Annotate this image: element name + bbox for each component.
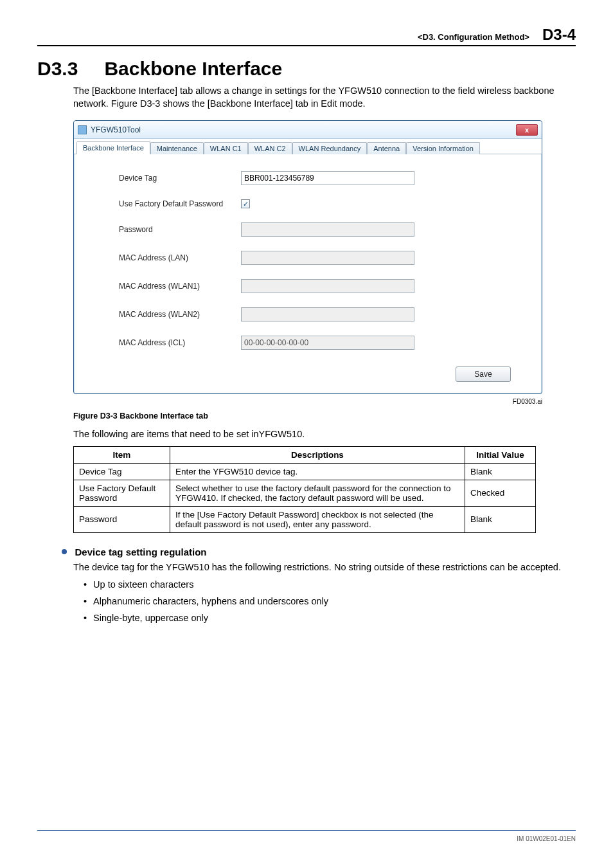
cell-val: Blank <box>465 506 536 532</box>
app-icon <box>78 125 87 134</box>
app-window: YFGW510Tool x Backbone Interface Mainten… <box>73 120 542 394</box>
password-label: Password <box>119 225 241 234</box>
header-section: <D3. Configuration Method> <box>418 32 529 42</box>
table-row: Use Factory Default Password Select whet… <box>74 480 536 506</box>
cell-desc: If the [Use Factory Default Password] ch… <box>170 506 465 532</box>
tab-wlan-c1[interactable]: WLAN C1 <box>204 142 248 154</box>
footer-doc-id: IM 01W02E01-01EN <box>517 835 576 842</box>
cell-val: Checked <box>465 480 536 506</box>
device-tag-label: Device Tag <box>119 174 241 183</box>
window-title: YFGW510Tool <box>91 125 141 134</box>
heading-text: Backbone Interface <box>104 58 282 79</box>
section-heading: D3.3 Backbone Interface <box>37 58 576 80</box>
th-item: Item <box>74 446 170 463</box>
list-item: Up to sixteen characters <box>84 579 576 590</box>
cell-desc: Select whether to use the factory defaul… <box>170 480 465 506</box>
th-descriptions: Descriptions <box>170 446 465 463</box>
password-input[interactable] <box>241 222 414 237</box>
use-default-password-label: Use Factory Default Password <box>119 199 241 208</box>
subheading: Device tag setting regulation <box>62 546 576 557</box>
tab-version-information[interactable]: Version Information <box>406 142 480 154</box>
close-button[interactable]: x <box>516 124 538 136</box>
cell-item: Use Factory Default Password <box>74 480 170 506</box>
mac-lan-input <box>241 251 414 265</box>
title-bar: YFGW510Tool x <box>74 121 542 139</box>
rules-list: Up to sixteen characters Alphanumeric ch… <box>84 579 576 623</box>
figure-caption: Figure D3-3 Backbone Interface tab <box>73 411 576 420</box>
page-header: <D3. Configuration Method> D3-4 <box>37 26 576 46</box>
tab-backbone-interface[interactable]: Backbone Interface <box>76 141 150 154</box>
mac-lan-label: MAC Address (LAN) <box>119 253 241 262</box>
tab-wlan-c2[interactable]: WLAN C2 <box>248 142 292 154</box>
list-item: Alphanumeric characters, hyphens and und… <box>84 596 576 606</box>
tab-strip: Backbone Interface Maintenance WLAN C1 W… <box>74 139 542 154</box>
mac-wlan2-input <box>241 307 414 321</box>
cell-val: Blank <box>465 463 536 480</box>
mac-wlan2-label: MAC Address (WLAN2) <box>119 310 241 319</box>
figure-source-id: FD0303.ai <box>73 398 542 405</box>
tab-wlan-redundancy[interactable]: WLAN Redundancy <box>292 142 368 154</box>
mac-icl-input <box>241 336 414 350</box>
settings-table: Item Descriptions Initial Value Device T… <box>73 446 536 533</box>
device-tag-input[interactable] <box>241 171 414 185</box>
table-row: Password If the [Use Factory Default Pas… <box>74 506 536 532</box>
cell-desc: Enter the YFGW510 device tag. <box>170 463 465 480</box>
intro-paragraph: The [Backbone Interface] tab allows a ch… <box>73 85 576 110</box>
subheading-text: Device tag setting regulation <box>75 547 206 557</box>
table-lead-text: The following are items that need to be … <box>73 428 576 441</box>
sub-body-text: The device tag for the YFGW510 has the f… <box>73 561 576 574</box>
mac-wlan1-input <box>241 279 414 293</box>
tab-maintenance[interactable]: Maintenance <box>150 142 204 154</box>
footer-divider <box>37 830 576 831</box>
heading-number: D3.3 <box>37 58 102 80</box>
tab-antenna[interactable]: Antenna <box>367 142 406 154</box>
table-row: Device Tag Enter the YFGW510 device tag.… <box>74 463 536 480</box>
mac-wlan1-label: MAC Address (WLAN1) <box>119 282 241 291</box>
save-button[interactable]: Save <box>456 366 511 382</box>
use-default-password-checkbox[interactable]: ✓ <box>241 199 250 208</box>
cell-item: Device Tag <box>74 463 170 480</box>
cell-item: Password <box>74 506 170 532</box>
list-item: Single-byte, uppercase only <box>84 613 576 623</box>
mac-icl-label: MAC Address (ICL) <box>119 338 241 347</box>
bullet-icon <box>62 549 67 554</box>
th-initial-value: Initial Value <box>465 446 536 463</box>
header-page-number: D3-4 <box>542 26 576 44</box>
form-area: Device Tag Use Factory Default Password … <box>74 154 542 393</box>
